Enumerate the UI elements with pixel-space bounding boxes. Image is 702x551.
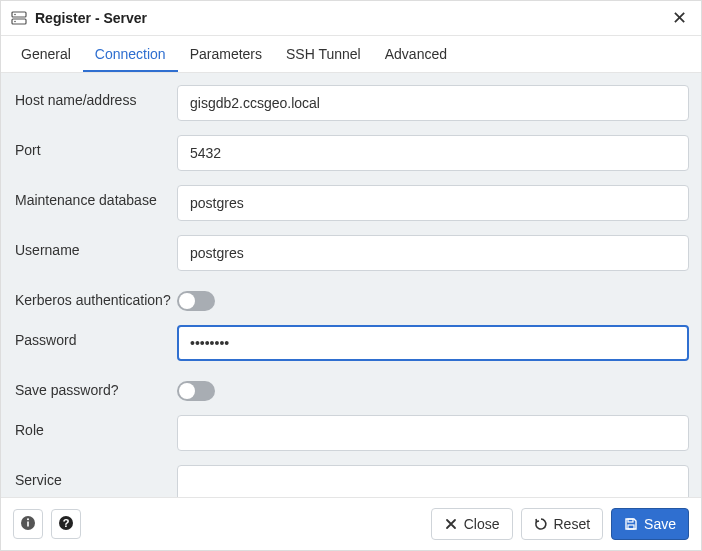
kerberos-toggle[interactable] xyxy=(177,291,215,311)
savepw-label: Save password? xyxy=(9,375,177,398)
svg-rect-0 xyxy=(12,12,26,17)
username-input[interactable] xyxy=(177,235,689,271)
tab-general[interactable]: General xyxy=(9,36,83,72)
info-icon xyxy=(20,515,36,534)
tab-parameters[interactable]: Parameters xyxy=(178,36,274,72)
svg-point-3 xyxy=(14,21,16,23)
port-label: Port xyxy=(9,135,177,158)
maintenance-db-input[interactable] xyxy=(177,185,689,221)
service-input[interactable] xyxy=(177,465,689,497)
help-icon: ? xyxy=(58,515,74,534)
role-label: Role xyxy=(9,415,177,438)
server-icon xyxy=(11,10,27,26)
tab-advanced[interactable]: Advanced xyxy=(373,36,459,72)
save-icon xyxy=(624,517,638,531)
maintdb-label: Maintenance database xyxy=(9,185,177,208)
help-button[interactable]: ? xyxy=(51,509,81,539)
dialog-title: Register - Server xyxy=(35,10,668,26)
titlebar: Register - Server ✕ xyxy=(1,1,701,36)
svg-rect-1 xyxy=(12,19,26,24)
tab-bar: General Connection Parameters SSH Tunnel… xyxy=(1,36,701,73)
close-icon[interactable]: ✕ xyxy=(668,7,691,29)
svg-rect-10 xyxy=(628,525,634,529)
footer: ? Close Reset Save xyxy=(1,497,701,550)
host-input[interactable] xyxy=(177,85,689,121)
close-x-icon xyxy=(444,517,458,531)
password-input[interactable] xyxy=(177,325,689,361)
svg-rect-9 xyxy=(628,519,633,522)
form-body: Host name/address Port Maintenance datab… xyxy=(1,73,701,497)
reset-button[interactable]: Reset xyxy=(521,508,604,540)
reset-button-label: Reset xyxy=(554,516,591,532)
port-input[interactable] xyxy=(177,135,689,171)
close-button[interactable]: Close xyxy=(431,508,513,540)
svg-rect-5 xyxy=(27,521,29,526)
svg-point-2 xyxy=(14,14,16,16)
tab-connection[interactable]: Connection xyxy=(83,36,178,72)
username-label: Username xyxy=(9,235,177,258)
role-input[interactable] xyxy=(177,415,689,451)
info-button[interactable] xyxy=(13,509,43,539)
password-label: Password xyxy=(9,325,177,348)
save-button[interactable]: Save xyxy=(611,508,689,540)
tab-ssh-tunnel[interactable]: SSH Tunnel xyxy=(274,36,373,72)
svg-point-6 xyxy=(27,518,29,520)
svg-text:?: ? xyxy=(63,517,70,529)
host-label: Host name/address xyxy=(9,85,177,108)
reset-icon xyxy=(534,517,548,531)
kerberos-label: Kerberos authentication? xyxy=(9,285,177,308)
close-button-label: Close xyxy=(464,516,500,532)
service-label: Service xyxy=(9,465,177,488)
register-server-dialog: Register - Server ✕ General Connection P… xyxy=(0,0,702,551)
save-button-label: Save xyxy=(644,516,676,532)
save-password-toggle[interactable] xyxy=(177,381,215,401)
